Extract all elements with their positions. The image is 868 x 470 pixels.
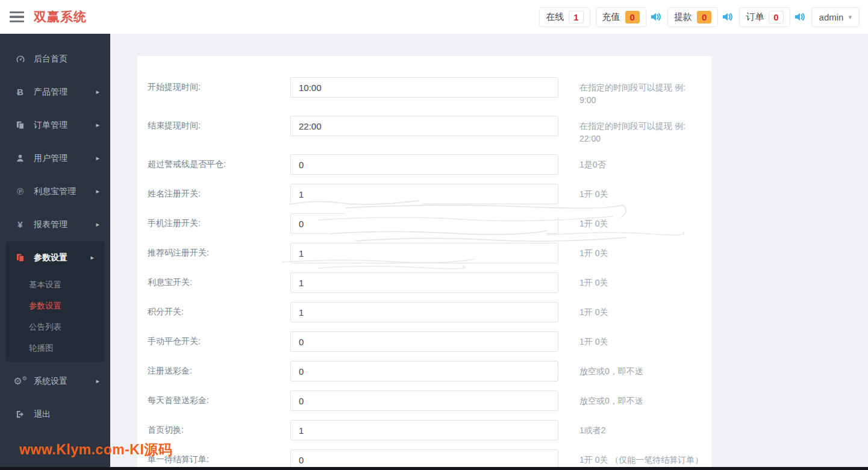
stat-label: 充值	[602, 11, 620, 23]
form-row: 注册送彩金: 放空或0，即不送	[148, 361, 711, 381]
logout-icon	[14, 410, 26, 419]
field-input[interactable]	[290, 302, 558, 322]
form-row: 手机注册开关: 1开 0关	[148, 213, 711, 234]
gauge-icon	[14, 54, 26, 64]
bitcoin-icon: Ƀ	[14, 87, 26, 97]
stat-label: 提款	[674, 11, 692, 23]
field-hint: 在指定的时间段可以提现 例: 9:00	[579, 77, 709, 107]
field-label: 每天首登送彩金:	[148, 390, 290, 406]
stat-label: 订单	[746, 11, 764, 23]
field-input[interactable]	[290, 361, 558, 381]
sidebar-submenu: 基本设置 参数设置 公告列表 轮播图	[5, 274, 105, 362]
bottom-dark-bar	[0, 467, 868, 470]
yen-icon: ¥	[14, 219, 26, 230]
chevron-right-icon: ▸	[96, 88, 99, 96]
sidebar-item[interactable]: 订单管理 ▸	[0, 108, 110, 142]
sidebar-open-group: 参数设置 ▸ 基本设置 参数设置 公告列表 轮播图	[5, 241, 105, 362]
field-input[interactable]	[290, 116, 558, 136]
sidebar-item[interactable]: ⚙⚙ 系统设置 ▸	[0, 365, 110, 398]
form-row: 推荐码注册开关: 1开 0关	[148, 243, 711, 263]
user-icon	[14, 154, 26, 163]
user-menu[interactable]: admin▾	[811, 7, 860, 27]
form-row: 姓名注册开关: 1开 0关	[148, 184, 711, 204]
field-input[interactable]	[290, 272, 558, 293]
header-stat: 在线 1	[539, 7, 590, 27]
field-label: 积分开关:	[148, 302, 290, 318]
field-input[interactable]	[290, 390, 558, 411]
header-stat: 充值 0	[596, 7, 662, 27]
chevron-right-icon: ▸	[90, 254, 94, 262]
speaker-icon[interactable]	[650, 11, 662, 22]
sidebar-item[interactable]: 后台首页	[0, 42, 110, 75]
gears-icon: ⚙⚙	[14, 375, 26, 387]
sidebar-subitem[interactable]: 基本设置	[5, 274, 105, 295]
form-row: 手动平仓开关: 1开 0关	[148, 331, 711, 352]
field-input[interactable]	[290, 213, 558, 234]
field-input[interactable]	[290, 331, 558, 352]
field-input[interactable]	[290, 184, 558, 204]
user-name: admin	[819, 12, 844, 22]
field-hint: 1是0否	[579, 154, 709, 171]
stat-value-badge: 0	[697, 11, 711, 24]
stat-box[interactable]: 充值 0	[596, 7, 646, 27]
sidebar-subitem[interactable]: 参数设置	[5, 295, 105, 316]
field-label: 手动平仓开关:	[148, 331, 290, 347]
sidebar-subitem[interactable]: 轮播图	[5, 337, 105, 359]
field-input[interactable]	[290, 420, 558, 440]
field-hint: 1开 0关	[579, 243, 709, 260]
watermark-text: www.Klym.com-KI源码	[19, 440, 172, 459]
sidebar-item[interactable]: 用户管理 ▸	[0, 142, 110, 175]
stat-value-badge: 1	[569, 11, 583, 24]
stat-box[interactable]: 订单 0	[739, 7, 790, 27]
field-label: 开始提现时间:	[148, 77, 290, 93]
interest-icon: ℗	[14, 186, 26, 196]
form-row: 结束提现时间: 在指定的时间段可以提现 例: 22:00	[148, 116, 711, 145]
field-hint: 在指定的时间段可以提现 例: 22:00	[579, 116, 709, 145]
field-input[interactable]	[290, 77, 558, 98]
sidebar-item[interactable]: ℗ 利息宝管理 ▸	[0, 175, 110, 208]
sidebar-item[interactable]: Ƀ 产品管理 ▸	[0, 75, 110, 108]
field-input[interactable]	[290, 243, 558, 263]
stat-value-badge: 0	[769, 11, 783, 24]
field-hint: 1开 0关 （仅能一笔待结算订单）	[579, 450, 709, 466]
chevron-right-icon: ▸	[96, 121, 99, 129]
menu-toggle-icon[interactable]	[10, 11, 24, 22]
field-label: 首页切换:	[148, 420, 290, 436]
sidebar-subitem[interactable]: 公告列表	[5, 316, 105, 337]
sidebar-item[interactable]: ¥ 报表管理 ▸	[0, 208, 110, 241]
field-label: 注册送彩金:	[148, 361, 290, 377]
chevron-right-icon: ▸	[96, 221, 99, 228]
stat-box[interactable]: 提款 0	[667, 7, 718, 27]
field-input[interactable]	[290, 154, 558, 175]
brand-logo[interactable]: 双赢系统	[34, 8, 87, 25]
field-label: 超过警戒线是否平仓:	[148, 154, 290, 170]
sidebar-nav: 后台首页 Ƀ 产品管理 ▸ 订单管理 ▸ 用户管理 ▸ ℗ 利息宝管理 ▸ ¥ …	[0, 42, 110, 431]
topbar: 双赢系统 在线 1 充值 0 提款 0	[0, 0, 868, 34]
chevron-down-icon: ▾	[848, 13, 852, 21]
stat-value-badge: 0	[625, 11, 640, 24]
field-hint: 放空或0，即不送	[579, 361, 709, 378]
field-label: 结束提现时间:	[148, 116, 290, 131]
field-hint: 1开 0关	[579, 213, 709, 230]
field-hint: 1开 0关	[579, 302, 709, 319]
form-row: 开始提现时间: 在指定的时间段可以提现 例: 9:00	[148, 77, 711, 107]
settings-form-card: 开始提现时间: 在指定的时间段可以提现 例: 9:00 结束提现时间: 在指定的…	[137, 56, 711, 470]
sidebar-item[interactable]: 退出	[0, 398, 110, 431]
field-hint: 1开 0关	[579, 184, 709, 201]
orders-icon	[14, 121, 26, 130]
settings-form: 开始提现时间: 在指定的时间段可以提现 例: 9:00 结束提现时间: 在指定的…	[148, 77, 711, 470]
stat-box[interactable]: 在线 1	[539, 7, 590, 27]
header-stat: 提款 0	[667, 7, 734, 27]
field-label: 姓名注册开关:	[148, 184, 290, 199]
params-icon	[14, 253, 26, 262]
speaker-icon[interactable]	[794, 11, 806, 22]
chevron-right-icon: ▸	[96, 377, 99, 385]
field-hint: 1或者2	[579, 420, 709, 437]
sidebar-item[interactable]: 参数设置 ▸	[5, 241, 105, 274]
chevron-right-icon: ▸	[96, 187, 99, 195]
header-stats: 在线 1 充值 0 提款 0	[539, 7, 860, 27]
header-stat: 订单 0	[739, 7, 805, 27]
form-row: 每天首登送彩金: 放空或0，即不送	[148, 390, 711, 411]
form-row: 首页切换: 1或者2	[148, 420, 711, 440]
speaker-icon[interactable]	[722, 11, 734, 22]
